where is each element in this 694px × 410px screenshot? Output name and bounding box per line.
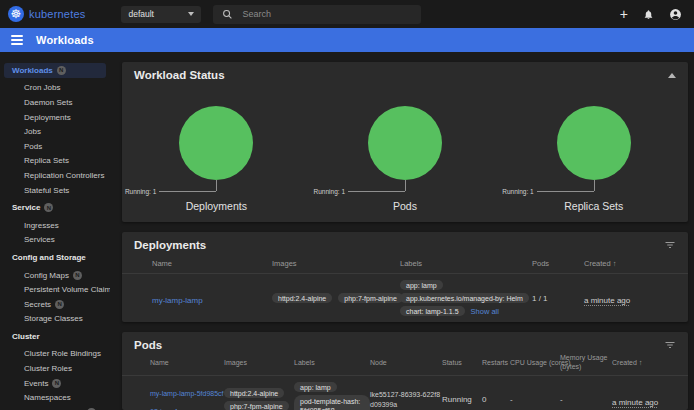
- sidebar-item-label: Config and Storage: [12, 253, 86, 262]
- filter-list-icon: [664, 339, 676, 351]
- pod-status: Running: [442, 395, 482, 404]
- sidebar-item-label: Pods: [24, 142, 42, 151]
- pods-title: Pods: [134, 339, 162, 351]
- brand-name: kubernetes: [29, 8, 85, 20]
- sidebar-item-label: Cluster Role Bindings: [24, 349, 101, 358]
- collapse-panel-button chevron-up-icon[interactable]: [668, 73, 676, 78]
- chart-annotation: Running: 1: [125, 188, 156, 195]
- sidebar-item-label: Persistent Volume Claims: [24, 285, 110, 294]
- show-all-link[interactable]: Show all: [471, 307, 499, 316]
- deployment-name-link[interactable]: my-lamp-lamp: [152, 296, 203, 305]
- sidebar-item-label: Cluster Roles: [24, 364, 72, 373]
- namespaced-badge: N: [52, 379, 61, 388]
- pod-name-link[interactable]: my-lamp-lamp-5fd985cf68-jwvz4: [150, 390, 224, 410]
- column-header-pods: Pods: [532, 259, 584, 268]
- chart-title: Replica Sets: [499, 200, 688, 212]
- namespace-selector[interactable]: default: [121, 6, 201, 23]
- sidebar-item-stateful-sets[interactable]: Stateful Sets: [0, 183, 110, 198]
- sidebar-item-persistent-volume-claims[interactable]: Persistent Volume Claims N: [0, 282, 110, 297]
- image-chip: httpd:2.4-alpine: [272, 293, 332, 303]
- sidebar-item-workloads[interactable]: Workloads N: [4, 63, 106, 78]
- sort-ascending-icon: ↑: [613, 259, 617, 268]
- sidebar-item-label: Services: [24, 235, 55, 244]
- sidebar-item-namespaces[interactable]: Namespaces: [0, 390, 110, 405]
- sidebar-item-label: Replica Sets: [24, 156, 69, 165]
- sidebar-item-ingresses[interactable]: Ingresses: [0, 218, 110, 233]
- column-header-name: Name: [152, 259, 272, 268]
- sidebar-item-cron-jobs[interactable]: Cron Jobs: [0, 81, 110, 96]
- sidebar-item-events[interactable]: Events N: [0, 376, 110, 391]
- sidebar-item-services[interactable]: Services: [0, 233, 110, 248]
- column-header-status: Status: [442, 359, 482, 366]
- notifications-button[interactable]: [643, 9, 654, 20]
- sidebar-item-storage-classes[interactable]: Storage Classes: [0, 312, 110, 327]
- sidebar-item-cluster-role-bindings[interactable]: Cluster Role Bindings: [0, 347, 110, 362]
- node-name: lke55127-86393-622f8d09399a: [370, 390, 442, 408]
- column-header-created[interactable]: Created ↑: [612, 358, 676, 367]
- namespaced-badge: N: [73, 271, 82, 280]
- column-header-created[interactable]: Created ↑: [584, 259, 676, 268]
- sidebar-item-cluster-roles[interactable]: Cluster Roles: [0, 361, 110, 376]
- sidebar-item-label: Workloads: [12, 66, 53, 75]
- sidebar-item-replica-sets[interactable]: Replica Sets: [0, 154, 110, 169]
- search-icon: [222, 9, 233, 20]
- deployments-table-header: Name Images Labels Pods Created ↑: [122, 254, 688, 274]
- create-resource-button[interactable]: +: [620, 7, 628, 21]
- pie-slice-running: [557, 106, 631, 180]
- sidebar-group-config-and-storage[interactable]: Config and Storage: [0, 250, 110, 265]
- label-chip: app: lamp: [400, 280, 443, 290]
- sidebar: Workloads N Cron Jobs Daemon Sets Deploy…: [0, 52, 110, 410]
- connector-line: [159, 191, 216, 192]
- image-chip: php:7-fpm-alpine: [224, 401, 289, 410]
- sort-ascending-icon: ↑: [639, 358, 643, 367]
- top-bar: ☸ kubernetes default +: [0, 0, 694, 28]
- sidebar-item-label: Daemon Sets: [24, 98, 72, 107]
- restarts-count: 0: [482, 395, 510, 404]
- connector-line: [405, 180, 406, 191]
- filter-button[interactable]: [664, 339, 676, 351]
- column-header-images: Images: [224, 359, 294, 366]
- sidebar-item-label: Events: [24, 379, 48, 388]
- column-header-restarts: Restarts: [482, 359, 510, 366]
- table-row: my-lamp-lamp-5fd985cf68-jwvz4 httpd:2.4-…: [122, 376, 688, 410]
- menu-button[interactable]: [11, 35, 23, 45]
- pie-slice-running: [179, 106, 253, 180]
- chart-title: Deployments: [122, 200, 311, 212]
- label-chip: app: lamp: [294, 382, 337, 392]
- pods-pie-chart: Running: 1 Pods: [311, 86, 500, 222]
- filter-list-icon: [664, 239, 676, 251]
- image-chip: php:7-fpm-alpine: [338, 293, 403, 303]
- deployments-pie-chart: Running: 1 Deployments: [122, 86, 311, 222]
- column-header-labels: Labels: [400, 259, 532, 268]
- sidebar-item-label: Cluster: [12, 332, 40, 341]
- sidebar-item-service[interactable]: Service N: [0, 200, 110, 215]
- sidebar-item-deployments[interactable]: Deployments: [0, 110, 110, 125]
- sidebar-item-pods[interactable]: Pods: [0, 139, 110, 154]
- page-toolbar: Workloads: [0, 28, 694, 52]
- sidebar-group-cluster[interactable]: Cluster: [0, 329, 110, 344]
- sidebar-item-label: Storage Classes: [24, 314, 83, 323]
- connector-line: [348, 191, 405, 192]
- search-input[interactable]: [242, 9, 392, 19]
- sidebar-item-secrets[interactable]: Secrets N: [0, 297, 110, 312]
- sidebar-item-label: Namespaces: [24, 393, 71, 402]
- pods-count: 1 / 1: [532, 294, 584, 303]
- column-header-name: Name: [150, 359, 224, 366]
- kubernetes-logo-icon: ☸: [8, 6, 24, 22]
- image-chip: httpd:2.4-alpine: [224, 388, 284, 398]
- filter-button[interactable]: [664, 239, 676, 251]
- sidebar-item-replication-controllers[interactable]: Replication Controllers: [0, 168, 110, 183]
- memory-usage: -: [560, 395, 612, 404]
- sidebar-item-jobs[interactable]: Jobs: [0, 124, 110, 139]
- connector-line: [537, 191, 594, 192]
- column-header-label: Created: [612, 359, 637, 366]
- sidebar-item-config-maps[interactable]: Config Maps N: [0, 268, 110, 283]
- search-box[interactable]: [213, 5, 421, 24]
- column-header-node: Node: [370, 359, 442, 366]
- sidebar-item-daemon-sets[interactable]: Daemon Sets: [0, 95, 110, 110]
- sidebar-item-network-policies[interactable]: Network Policies N: [0, 405, 110, 410]
- user-profile-button[interactable]: [669, 8, 682, 21]
- table-row: my-lamp-lamp httpd:2.4-alpine php:7-fpm-…: [122, 274, 688, 322]
- sidebar-item-label: Cron Jobs: [24, 83, 60, 92]
- page-title: Workloads: [36, 34, 94, 46]
